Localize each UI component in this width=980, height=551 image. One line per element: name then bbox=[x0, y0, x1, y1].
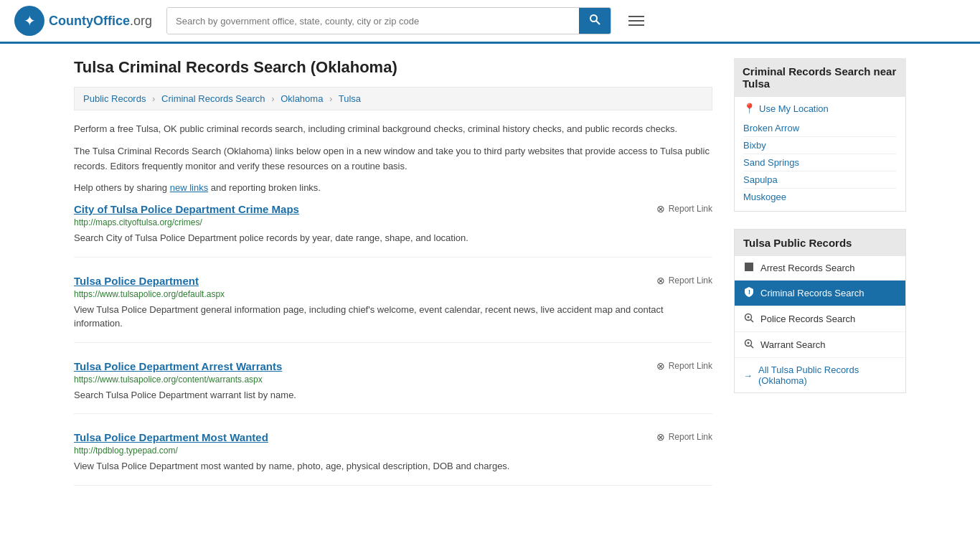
public-records-heading: Tulsa Public Records bbox=[735, 230, 905, 256]
main-container: Tulsa Criminal Records Search (Oklahoma)… bbox=[60, 44, 920, 517]
report-link-btn[interactable]: ⊗ Report Link bbox=[656, 203, 712, 215]
content-area: Tulsa Criminal Records Search (Oklahoma)… bbox=[74, 58, 712, 503]
sidebar-menu: Arrest Records Search!Criminal Records S… bbox=[735, 256, 905, 358]
result-description: View Tulsa Police Department general inf… bbox=[74, 303, 712, 331]
description-1: Perform a free Tulsa, OK public criminal… bbox=[74, 122, 712, 137]
menu-bar-1 bbox=[628, 16, 644, 17]
report-link-btn[interactable]: ⊗ Report Link bbox=[656, 275, 712, 286]
result-url: https://www.tulsapolice.org/content/warr… bbox=[74, 375, 712, 385]
description-3: Help others by sharing new links and rep… bbox=[74, 181, 712, 196]
result-title-link[interactable]: Tulsa Police Department bbox=[74, 275, 199, 287]
svg-line-6 bbox=[751, 320, 754, 323]
result-item: Tulsa Police Department Arrest Warrants … bbox=[74, 360, 712, 415]
sidebar-menu-item[interactable]: Police Records Search bbox=[735, 306, 905, 332]
nearby-heading: Criminal Records Search near Tulsa bbox=[734, 58, 906, 97]
result-title-link[interactable]: Tulsa Police Department Most Wanted bbox=[74, 431, 268, 443]
result-title-row: Tulsa Police Department ⊗ Report Link bbox=[74, 275, 712, 287]
logo-text: CountyOffice.org bbox=[49, 14, 152, 29]
sidebar: Criminal Records Search near Tulsa 📍 Use… bbox=[734, 58, 906, 503]
breadcrumb-criminal-records[interactable]: Criminal Records Search bbox=[161, 93, 265, 104]
breadcrumb-public-records[interactable]: Public Records bbox=[83, 93, 146, 104]
result-title-link[interactable]: Tulsa Police Department Arrest Warrants bbox=[74, 360, 282, 372]
report-link-btn[interactable]: ⊗ Report Link bbox=[656, 360, 712, 372]
report-icon: ⊗ bbox=[656, 203, 665, 215]
page-title: Tulsa Criminal Records Search (Oklahoma) bbox=[74, 58, 712, 77]
nearby-city-link[interactable]: Sand Springs bbox=[743, 154, 897, 171]
breadcrumb-sep-3: › bbox=[329, 93, 332, 104]
result-description: Search Tulsa Police Department warrant l… bbox=[74, 388, 712, 402]
report-icon: ⊗ bbox=[656, 360, 665, 372]
menu-bar-3 bbox=[628, 24, 644, 26]
result-title-row: Tulsa Police Department Arrest Warrants … bbox=[74, 360, 712, 372]
public-records-box: Tulsa Public Records Arrest Records Sear… bbox=[734, 229, 906, 393]
svg-point-0 bbox=[590, 15, 597, 22]
sidebar-item-label: Police Records Search bbox=[760, 314, 855, 324]
nearby-list: 📍 Use My Location Broken ArrowBixbySand … bbox=[734, 97, 906, 212]
result-title-row: Tulsa Police Department Most Wanted ⊗ Re… bbox=[74, 431, 712, 443]
result-description: View Tulsa Police Department most wanted… bbox=[74, 459, 712, 474]
header: ✦ CountyOffice.org bbox=[0, 0, 980, 44]
result-item: City of Tulsa Police Department Crime Ma… bbox=[74, 203, 712, 258]
logo-icon: ✦ bbox=[14, 6, 44, 36]
nearby-city-link[interactable]: Broken Arrow bbox=[743, 120, 897, 137]
sidebar-item-label: Arrest Records Search bbox=[760, 263, 855, 273]
breadcrumb-sep-2: › bbox=[271, 93, 274, 104]
search-icon bbox=[589, 14, 600, 25]
hamburger-menu-button[interactable] bbox=[626, 13, 647, 29]
result-title-link[interactable]: City of Tulsa Police Department Crime Ma… bbox=[74, 203, 299, 215]
result-url: http://tpdblog.typepad.com/ bbox=[74, 446, 712, 456]
search-button[interactable] bbox=[579, 8, 611, 34]
breadcrumb-sep-1: › bbox=[152, 93, 155, 104]
menu-bar-2 bbox=[628, 20, 644, 22]
sidebar-item-icon bbox=[743, 339, 755, 351]
sidebar-menu-item[interactable]: Arrest Records Search bbox=[735, 256, 905, 281]
logo[interactable]: ✦ CountyOffice.org bbox=[14, 6, 152, 36]
results-container: City of Tulsa Police Department Crime Ma… bbox=[74, 203, 712, 486]
sidebar-item-icon bbox=[743, 263, 755, 273]
nearby-city-link[interactable]: Muskogee bbox=[743, 189, 897, 205]
result-url: http://maps.cityoftulsa.org/crimes/ bbox=[74, 217, 712, 227]
report-link-btn[interactable]: ⊗ Report Link bbox=[656, 431, 712, 443]
all-records-link[interactable]: → All Tulsa Public Records (Oklahoma) bbox=[735, 358, 905, 392]
sidebar-item-label: Criminal Records Search bbox=[760, 288, 864, 298]
result-title-row: City of Tulsa Police Department Crime Ma… bbox=[74, 203, 712, 215]
nearby-cities: Broken ArrowBixbySand SpringsSapulpaMusk… bbox=[743, 120, 897, 205]
report-icon: ⊗ bbox=[656, 275, 665, 286]
sidebar-menu-item[interactable]: Warrant Search bbox=[735, 332, 905, 358]
new-links-link[interactable]: new links bbox=[170, 182, 208, 193]
svg-point-5 bbox=[748, 316, 750, 319]
breadcrumb: Public Records › Criminal Records Search… bbox=[74, 87, 712, 110]
use-location-link[interactable]: 📍 Use My Location bbox=[743, 103, 897, 114]
location-icon: 📍 bbox=[743, 103, 755, 114]
svg-rect-2 bbox=[745, 263, 753, 271]
sidebar-item-label: Warrant Search bbox=[760, 339, 826, 350]
breadcrumb-oklahoma[interactable]: Oklahoma bbox=[281, 93, 323, 104]
search-bar bbox=[166, 7, 611, 34]
svg-text:!: ! bbox=[748, 288, 750, 296]
report-icon: ⊗ bbox=[656, 431, 665, 443]
nearby-city-link[interactable]: Bixby bbox=[743, 137, 897, 154]
result-item: Tulsa Police Department Most Wanted ⊗ Re… bbox=[74, 431, 712, 486]
arrow-icon: → bbox=[743, 370, 753, 381]
svg-line-1 bbox=[596, 21, 600, 24]
sidebar-menu-item[interactable]: !Criminal Records Search bbox=[735, 281, 905, 306]
nearby-box: Criminal Records Search near Tulsa 📍 Use… bbox=[734, 58, 906, 212]
description-2: The Tulsa Criminal Records Search (Oklah… bbox=[74, 144, 712, 174]
sidebar-item-icon: ! bbox=[743, 287, 755, 299]
result-item: Tulsa Police Department ⊗ Report Link ht… bbox=[74, 275, 712, 343]
sidebar-item-icon bbox=[743, 313, 755, 325]
nearby-city-link[interactable]: Sapulpa bbox=[743, 171, 897, 189]
result-url: https://www.tulsapolice.org/default.aspx bbox=[74, 289, 712, 299]
result-description: Search City of Tulsa Police Department p… bbox=[74, 231, 712, 245]
svg-line-9 bbox=[751, 346, 754, 349]
breadcrumb-tulsa[interactable]: Tulsa bbox=[339, 93, 361, 104]
svg-point-8 bbox=[748, 342, 750, 344]
search-input[interactable] bbox=[167, 8, 579, 34]
